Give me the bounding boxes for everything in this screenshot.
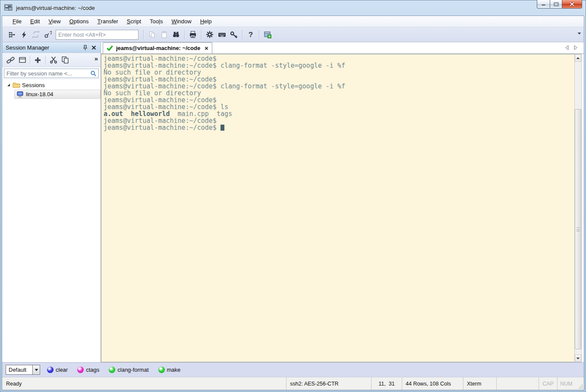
terminal-line: jeams@virtual-machine:~/code$ — [104, 124, 574, 131]
search-icon — [90, 70, 97, 77]
resize-grip[interactable] — [575, 377, 584, 390]
terminal-line: jeams@virtual-machine:~/code$ clang-form… — [104, 83, 574, 90]
chevron-down-icon[interactable] — [32, 365, 40, 375]
connect-dialog-icon[interactable]: ? — [42, 29, 54, 40]
pin-icon[interactable] — [81, 44, 89, 52]
terminal-scrollbar — [574, 54, 582, 362]
button-bar-profile-combo[interactable]: Default — [6, 365, 40, 375]
tree-item-session[interactable]: linux-18.04 — [14, 90, 101, 99]
session-manager-toolbar: » — [2, 53, 101, 67]
scrollbar-thumb[interactable] — [575, 109, 581, 349]
scroll-down-icon[interactable] — [575, 354, 581, 362]
command-button-label: clang-format — [117, 367, 148, 373]
terminal-text[interactable]: jeams@virtual-machine:~/code$jeams@virtu… — [101, 54, 574, 362]
status-cursor-position: 11, 31 — [371, 377, 402, 390]
terminal-line: jeams@virtual-machine:~/code$ — [104, 55, 574, 62]
menu-item-window[interactable]: Window — [167, 16, 195, 27]
help-icon[interactable]: ? — [245, 29, 256, 40]
session-manager-header: Session Manager — [2, 42, 101, 53]
status-caps-lock: CAP — [539, 377, 557, 390]
toolbar-separator — [143, 30, 144, 39]
toolbar-separator — [30, 56, 30, 64]
make-ball-icon — [158, 367, 165, 373]
keyboard-icon[interactable] — [216, 29, 227, 40]
session-manager-panel: Session Manager — [2, 42, 101, 362]
new-window-icon[interactable] — [17, 55, 28, 66]
key-icon[interactable] — [228, 29, 239, 40]
print-icon[interactable] — [187, 29, 198, 40]
menu-item-file[interactable]: File — [8, 16, 26, 27]
filter-box — [2, 67, 101, 79]
session-options-icon[interactable] — [262, 29, 273, 40]
menu-item-tools[interactable]: Tools — [145, 16, 167, 27]
status-ready: Ready — [2, 377, 286, 390]
terminal-cursor — [221, 125, 224, 131]
overflow-chevron-icon[interactable]: » — [95, 55, 98, 62]
add-session-icon[interactable] — [32, 55, 43, 66]
toolbar-separator — [201, 30, 202, 39]
tab-bar: jeams@virtual-machine: ~/code × — [101, 42, 584, 54]
minimize-button[interactable] — [537, 0, 550, 9]
tab-scroll-right-icon[interactable] — [573, 45, 578, 50]
scroll-up-icon[interactable] — [575, 54, 581, 62]
scrollbar-grip-icon — [577, 228, 580, 231]
status-bar: Ready ssh2: AES-256-CTR 11, 31 44 Rows, … — [2, 377, 584, 390]
terminal-line: jeams@virtual-machine:~/code$ clang-form… — [104, 62, 574, 69]
terminal-line: No such file or directory — [104, 69, 574, 76]
status-emulation: Xterm — [463, 377, 496, 390]
maximize-button[interactable] — [550, 0, 562, 9]
folder-icon — [13, 82, 20, 88]
session-tree: Sessions linux-18.04 — [2, 79, 101, 362]
profile-value: Default — [6, 365, 32, 375]
copy-session-icon[interactable] — [60, 55, 70, 66]
tab-label: jeams@virtual-machine: ~/code — [116, 45, 200, 51]
quick-connect-host-input[interactable] — [56, 30, 139, 40]
command-button-make[interactable]: make — [158, 367, 181, 373]
menu-item-options[interactable]: Options — [65, 16, 93, 27]
toolbar-separator — [242, 30, 243, 39]
tree-root-sessions[interactable]: Sessions — [2, 80, 101, 90]
terminal-tab[interactable]: jeams@virtual-machine: ~/code × — [103, 42, 212, 53]
connect-session-icon[interactable] — [5, 55, 16, 66]
status-encryption: ssh2: AES-256-CTR — [286, 377, 371, 390]
cut-icon[interactable] — [48, 55, 59, 66]
terminal-line: jeams@virtual-machine:~/code$ ls — [104, 103, 574, 110]
command-button-label: ctags — [86, 367, 99, 373]
quick-connect-icon[interactable] — [18, 29, 29, 40]
clear-ball-icon — [47, 367, 54, 373]
command-button-label: clear — [56, 367, 68, 373]
command-button-label: make — [167, 367, 181, 373]
svg-text:?: ? — [50, 31, 52, 35]
menu-item-transfer[interactable]: Transfer — [93, 16, 122, 27]
terminal-line: No such file or directory — [104, 90, 574, 97]
toolbar-overflow-icon[interactable] — [577, 32, 581, 35]
command-button-ctags[interactable]: ctags — [77, 367, 99, 373]
close-button[interactable] — [562, 0, 582, 9]
terminal-line: jeams@virtual-machine:~/code$ — [104, 117, 574, 124]
menubar: FileEditViewOptionsTransferScriptToolsWi… — [2, 16, 584, 27]
tab-close-icon[interactable]: × — [205, 45, 208, 51]
copy-icon[interactable] — [146, 29, 158, 40]
status-num-lock: NUM — [557, 377, 575, 390]
options-gear-icon[interactable] — [204, 29, 215, 40]
session-manager-toggle-icon[interactable] — [6, 29, 17, 40]
menu-item-view[interactable]: View — [44, 16, 65, 27]
app-icon — [4, 4, 13, 11]
reconnect-icon[interactable] — [30, 29, 41, 40]
menu-item-script[interactable]: Script — [123, 16, 145, 27]
ctags-ball-icon — [77, 367, 84, 373]
scrollbar-track[interactable] — [575, 62, 581, 354]
session-filter-input[interactable] — [4, 69, 99, 78]
computer-icon — [16, 91, 24, 98]
paste-icon[interactable] — [158, 29, 170, 40]
connected-check-icon — [107, 45, 113, 51]
toolbar-separator — [259, 30, 259, 39]
tree-expand-icon[interactable] — [6, 83, 12, 87]
command-button-clang-format[interactable]: clang-format — [109, 367, 148, 373]
menu-item-help[interactable]: Help — [196, 16, 216, 27]
menu-item-edit[interactable]: Edit — [26, 16, 44, 27]
panel-close-icon[interactable] — [89, 44, 98, 52]
tab-scroll-left-icon[interactable] — [565, 45, 569, 50]
command-button-clear[interactable]: clear — [47, 367, 68, 373]
find-icon[interactable] — [170, 29, 182, 40]
